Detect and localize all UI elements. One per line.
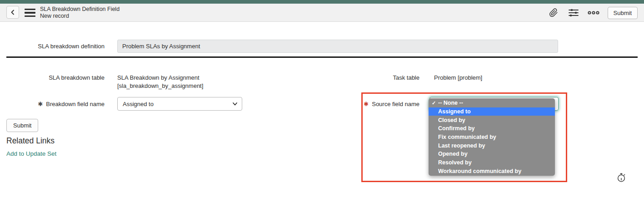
section-divider [6,56,638,58]
add-to-update-set-link[interactable]: Add to Update Set [6,150,56,157]
dropdown-option[interactable]: Opened by [429,150,555,158]
dropdown-option[interactable]: Confirmed by [429,124,555,133]
dropdown-option[interactable]: Closed by [429,116,555,124]
sla-breakdown-table-value: SLA Breakdown by Assignment [sla_breakdo… [117,74,203,90]
checkmark-icon: ✓ [432,100,438,106]
breakdown-field-name-label: ✱Breakdown field name [0,101,105,107]
personalize-form-sliders-icon[interactable] [568,7,579,19]
dropdown-option[interactable]: Workaround communicated by [429,167,555,176]
submit-button-header[interactable]: Submit [608,7,638,19]
required-marker-icon: ✱ [364,101,369,107]
sla-breakdown-table-label: SLA breakdown table [0,74,105,81]
dropdown-option[interactable]: Resolved by [429,158,555,167]
dropdown-option[interactable]: Fix communicated by [429,133,555,142]
record-subtitle: New record [40,13,120,20]
source-field-name-label: ✱Source field name [314,101,419,107]
dropdown-option[interactable]: Assigned to [429,107,555,116]
task-table-label: Task table [314,74,419,81]
sla-breakdown-definition-label: SLA breakdown definition [0,43,105,50]
dropdown-option[interactable]: ✓ -- None -- [429,99,555,107]
required-marker-icon: ✱ [38,101,43,107]
chevron-left-icon [10,10,15,15]
breakdown-field-name-select[interactable]: Assigned to [117,97,242,111]
related-links-heading: Related Links [6,136,55,146]
chevron-down-icon [232,101,238,108]
page: SLA Breakdown Definition Field New recor… [0,0,644,214]
more-options-icon[interactable] [588,7,599,19]
record-type-title: SLA Breakdown Definition Field [40,6,120,13]
context-menu-icon[interactable] [25,9,35,17]
back-button[interactable] [6,6,19,19]
sla-breakdown-definition-field[interactable]: Problem SLAs by Assignment [117,40,558,53]
brand-color-strip [0,0,644,4]
task-table-value: Problem [problem] [434,74,482,82]
timer-stopwatch-icon[interactable] [616,173,626,184]
page-title: SLA Breakdown Definition Field New recor… [40,6,120,19]
source-field-dropdown-menu[interactable]: ✓ -- None -- Assigned to Closed by Confi… [429,98,555,176]
form-header-bar: SLA Breakdown Definition Field New recor… [0,4,644,22]
attachment-paperclip-icon[interactable] [548,7,559,19]
dropdown-option[interactable]: Last reopened by [429,141,555,150]
submit-button-footer[interactable]: Submit [6,119,38,132]
